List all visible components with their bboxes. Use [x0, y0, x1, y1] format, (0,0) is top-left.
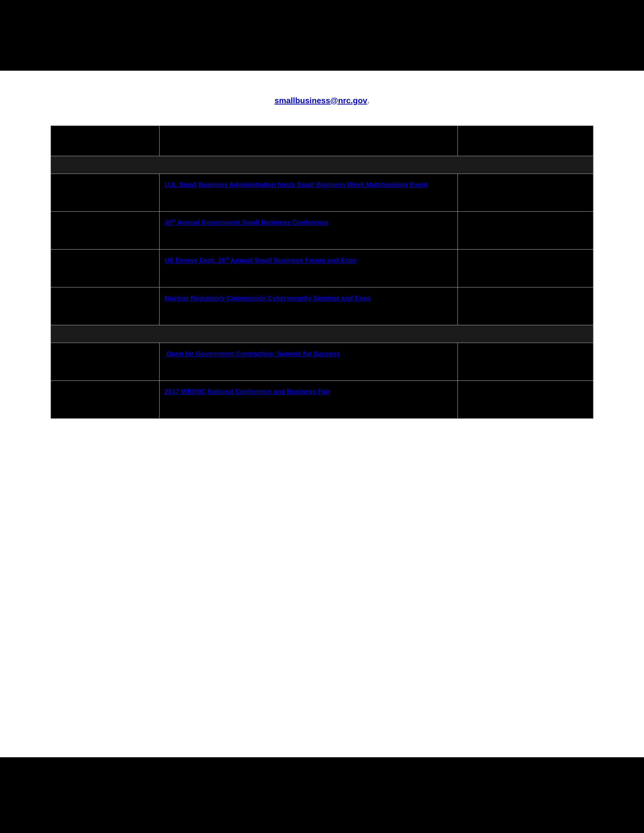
bottom-footer-bar [0, 757, 644, 833]
header-event-cell [159, 126, 457, 156]
event-cell-3: US Energy Dept. 15th Annual Small Busine… [159, 249, 457, 287]
event-cell-5: Open for Government Contracting: Summit … [159, 343, 457, 381]
event-link-2[interactable]: 30th Annual Government Small Business Co… [165, 219, 328, 226]
event-link-6[interactable]: 2017 WBENC National Conference and Busin… [165, 388, 330, 395]
section-divider-1-cell [51, 156, 593, 174]
section-divider-2-cell [51, 325, 593, 343]
location-cell-5 [457, 343, 593, 381]
event-link-4[interactable]: Nuclear Regulatory Commission Cybersecur… [165, 294, 371, 302]
table-row: Open for Government Contracting: Summit … [51, 343, 593, 381]
event-cell-4: Nuclear Regulatory Commission Cybersecur… [159, 287, 457, 325]
event-link-3[interactable]: US Energy Dept. 15th Annual Small Busine… [165, 256, 357, 264]
table-row: US Energy Dept. 15th Annual Small Busine… [51, 249, 593, 287]
email-section: smallbusiness@nrc.gov. [50, 96, 594, 105]
location-cell-3 [457, 249, 593, 287]
table-header-row [51, 126, 593, 156]
event-link-1[interactable]: U.S. Small Business Administration hosts… [165, 181, 428, 188]
table-row: Nuclear Regulatory Commission Cybersecur… [51, 287, 593, 325]
event-link-5[interactable]: Open for Government Contracting: Summit … [165, 350, 340, 357]
date-cell-6 [51, 381, 159, 418]
section-divider-2 [51, 325, 593, 343]
header-date-cell [51, 126, 159, 156]
table-row: U.S. Small Business Administration hosts… [51, 174, 593, 212]
events-table: U.S. Small Business Administration hosts… [50, 125, 594, 419]
location-cell-2 [457, 212, 593, 249]
event-cell-2: 30th Annual Government Small Business Co… [159, 212, 457, 249]
location-cell-1 [457, 174, 593, 212]
top-header-bar [0, 0, 644, 71]
event-cell-6: 2017 WBENC National Conference and Busin… [159, 381, 457, 418]
table-row: 30th Annual Government Small Business Co… [51, 212, 593, 249]
date-cell-4 [51, 287, 159, 325]
date-cell-5 [51, 343, 159, 381]
date-cell-1 [51, 174, 159, 212]
content-area: smallbusiness@nrc.gov. [0, 71, 644, 585]
period: . [367, 96, 369, 105]
table-row: 2017 WBENC National Conference and Busin… [51, 381, 593, 418]
event-cell-1: U.S. Small Business Administration hosts… [159, 174, 457, 212]
page-wrapper: smallbusiness@nrc.gov. [0, 0, 644, 833]
date-cell-3 [51, 249, 159, 287]
email-link[interactable]: smallbusiness@nrc.gov [275, 96, 367, 105]
date-cell-2 [51, 212, 159, 249]
location-cell-6 [457, 381, 593, 418]
bottom-spacer [50, 419, 594, 570]
header-location-cell [457, 126, 593, 156]
section-divider-1 [51, 156, 593, 174]
location-cell-4 [457, 287, 593, 325]
